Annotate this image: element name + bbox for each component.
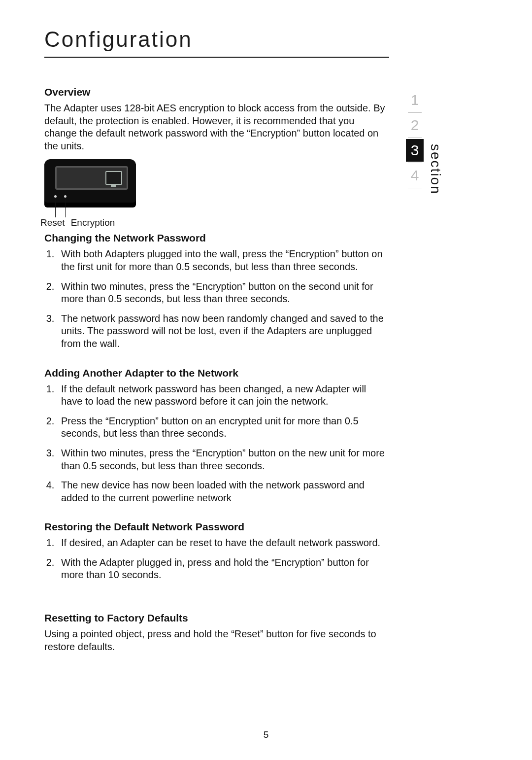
nav-divider <box>408 188 422 188</box>
nav-divider <box>408 138 422 138</box>
restore-default-steps: If desired, an Adapter can be reset to h… <box>44 537 389 582</box>
figure-labels: Reset Encryption <box>40 217 168 228</box>
list-item: With both Adapters plugged into the wall… <box>57 248 389 273</box>
content-column: Overview The Adapter uses 128-bit AES en… <box>44 86 389 653</box>
section-nav-item-4: 4 <box>406 164 424 187</box>
list-item: With the Adapter plugged in, press and h… <box>57 556 389 582</box>
section-nav: 1 2 3 4 <box>405 89 425 189</box>
overview-paragraph: The Adapter uses 128-bit AES encryption … <box>44 102 389 152</box>
heading-change-password: Changing the Network Password <box>44 232 389 244</box>
manual-page: Configuration 1 2 3 4 section Overview T… <box>0 0 532 760</box>
heading-restore-default: Restoring the Default Network Password <box>44 521 389 533</box>
page-number: 5 <box>0 729 532 740</box>
section-vertical-label: section <box>428 144 443 195</box>
list-item: Press the “Encryption” button on an encr… <box>57 415 389 440</box>
list-item: Within two minutes, press the “Encryptio… <box>57 280 389 306</box>
heading-add-adapter: Adding Another Adapter to the Network <box>44 367 389 379</box>
list-item: The network password has now been random… <box>57 312 389 350</box>
factory-reset-paragraph: Using a pointed object, press and hold t… <box>44 628 389 653</box>
nav-divider <box>408 112 422 113</box>
callout-line <box>65 198 66 217</box>
title-underline <box>44 57 389 58</box>
adapter-figure: Reset Encryption <box>44 159 138 228</box>
heading-factory-reset: Resetting to Factory Defaults <box>44 612 389 624</box>
list-item: If desired, an Adapter can be reset to h… <box>57 537 389 550</box>
list-item: If the default network password has been… <box>57 383 389 408</box>
nav-divider <box>408 163 422 163</box>
ethernet-port-icon <box>105 171 122 185</box>
section-nav-item-2: 2 <box>406 114 424 137</box>
figure-label-reset: Reset <box>40 217 65 228</box>
section-nav-item-1: 1 <box>406 89 424 111</box>
callout-line <box>55 198 56 217</box>
adapter-photo <box>44 159 136 207</box>
add-adapter-steps: If the default network password has been… <box>44 383 389 505</box>
page-title: Configuration <box>44 27 488 52</box>
figure-label-encryption: Encryption <box>71 217 115 228</box>
change-password-steps: With both Adapters plugged into the wall… <box>44 248 389 350</box>
heading-overview: Overview <box>44 86 389 98</box>
section-nav-item-3: 3 <box>406 139 424 162</box>
list-item: Within two minutes, press the “Encryptio… <box>57 447 389 472</box>
list-item: The new device has now been loaded with … <box>57 479 389 504</box>
